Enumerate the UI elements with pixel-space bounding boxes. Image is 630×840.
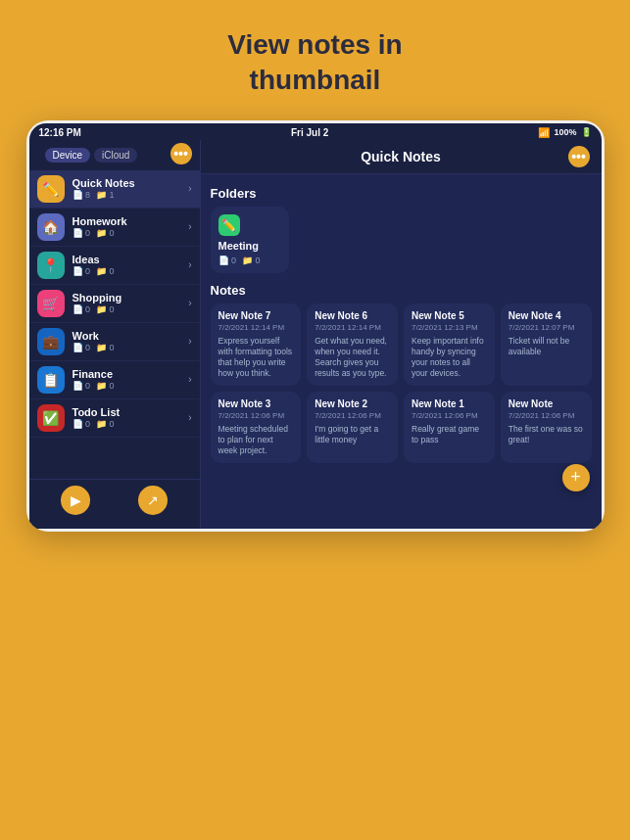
note-title: New Note 5 (412, 310, 487, 321)
note-title: New Note 7 (218, 310, 294, 321)
item-name: Work (73, 330, 189, 342)
note-card[interactable]: New Note 5 7/2/2021 12:13 PM Keep import… (404, 303, 495, 386)
play-button[interactable]: ▶ (61, 486, 90, 515)
note-preview: Get what you need, when you need it. Sea… (315, 336, 390, 379)
device-frame: 12:16 PM Fri Jul 2 📶 100% 🔋 Device iClou… (26, 120, 605, 532)
note-title: New Note 1 (412, 398, 487, 409)
chevron-icon: › (188, 259, 191, 270)
sidebar-item-finance[interactable]: 📋 Finance 📄 0 📁 0 › (29, 361, 200, 399)
note-title: New Note (509, 398, 584, 409)
note-date: 7/2/2021 12:06 PM (218, 411, 294, 420)
status-time: 12:16 PM (39, 127, 81, 138)
note-preview: Meeting scheduled to plan for next week … (218, 424, 294, 456)
notes-section-label: Notes (211, 283, 592, 298)
folder-card[interactable]: ✏️ Meeting 📄 0 📁 0 (211, 207, 289, 273)
sidebar: Device iCloud ••• ✏️ Quick Notes 📄 8 📁 1… (29, 140, 201, 529)
note-count: 📄 0 (73, 228, 91, 238)
item-name: Homework (73, 215, 189, 227)
note-count: 📄 0 (73, 266, 91, 276)
page-headline: View notes in thumbnail (227, 27, 402, 99)
item-name: Todo List (73, 406, 189, 418)
note-card[interactable]: New Note 4 7/2/2021 12:07 PM Ticket will… (501, 303, 592, 386)
item-icon: 📋 (37, 366, 65, 394)
note-preview: Ticket will not be available (509, 336, 584, 357)
item-meta: 📄 0 📁 0 (73, 419, 189, 429)
note-count: 📄 0 (73, 304, 91, 314)
note-card[interactable]: New Note 3 7/2/2021 12:06 PM Meeting sch… (211, 392, 302, 463)
sidebar-item-ideas[interactable]: 📍 Ideas 📄 0 📁 0 › (29, 247, 200, 285)
note-count: 📄 0 (73, 419, 91, 429)
notes-grid: New Note 7 7/2/2021 12:14 PM Express you… (211, 303, 592, 463)
sidebar-item-work[interactable]: 💼 Work 📄 0 📁 0 › (29, 323, 200, 361)
main-title: Quick Notes (234, 149, 568, 164)
note-card[interactable]: New Note 7 7/2/2021 12:14 PM Express you… (211, 303, 302, 386)
sidebar-bottom-bar: ▶↗ (29, 479, 200, 521)
status-bar: 12:16 PM Fri Jul 2 📶 100% 🔋 (29, 123, 602, 140)
note-date: 7/2/2021 12:06 PM (315, 411, 390, 420)
folder-count: 📁 0 (96, 266, 115, 276)
folder-name: Meeting (218, 240, 281, 252)
note-card[interactable]: New Note 2 7/2/2021 12:06 PM I'm going t… (307, 392, 398, 463)
note-date: 7/2/2021 12:14 PM (218, 323, 294, 332)
note-preview: I'm going to get a little money (315, 424, 390, 445)
note-count: 📄 8 (73, 190, 91, 200)
main-header: Quick Notes ••• (201, 140, 602, 174)
note-count: 📄 0 (73, 343, 91, 352)
note-preview: Keep important info handy by syncing you… (412, 336, 487, 379)
sidebar-items-list: ✏️ Quick Notes 📄 8 📁 1 › 🏠 Homework 📄 0 … (29, 170, 200, 479)
main-content: Quick Notes ••• Folders ✏️ Meeting 📄 0 📁… (201, 140, 602, 529)
item-name: Finance (73, 368, 189, 380)
chevron-icon: › (188, 221, 191, 232)
note-card[interactable]: New Note 7/2/2021 12:06 PM The first one… (501, 392, 592, 463)
folder-count: 📁 0 (96, 419, 115, 429)
fab-button[interactable]: + (562, 464, 590, 491)
battery-icon: 🔋 (581, 127, 592, 137)
note-card[interactable]: New Note 6 7/2/2021 12:14 PM Get what yo… (307, 303, 398, 386)
sidebar-tabs: Device iCloud (37, 142, 146, 166)
item-name: Ideas (73, 254, 189, 265)
folder-meta: 📄 0 📁 0 (218, 256, 281, 265)
item-icon: 💼 (37, 328, 65, 355)
note-date: 7/2/2021 12:14 PM (315, 323, 390, 332)
chevron-icon: › (188, 412, 191, 423)
folder-count: 📁 0 (96, 228, 115, 238)
folder-count: 📁 0 (96, 343, 115, 352)
sidebar-item-homework[interactable]: 🏠 Homework 📄 0 📁 0 › (29, 209, 200, 247)
note-title: New Note 6 (315, 310, 390, 321)
item-meta: 📄 0 📁 0 (73, 266, 189, 276)
item-meta: 📄 8 📁 1 (73, 190, 189, 200)
note-date: 7/2/2021 12:06 PM (412, 411, 487, 420)
item-icon: 🛒 (37, 290, 65, 317)
folder-count: 📁 0 (96, 304, 115, 314)
share-button[interactable]: ↗ (138, 486, 168, 515)
note-card[interactable]: New Note 1 7/2/2021 12:06 PM Really grea… (404, 392, 495, 463)
folder-icon: ✏️ (218, 214, 240, 236)
note-date: 7/2/2021 12:06 PM (509, 411, 584, 420)
folders-row: ✏️ Meeting 📄 0 📁 0 (211, 207, 592, 273)
tab-icloud[interactable]: iCloud (94, 148, 137, 163)
folder-count: 📁 1 (96, 190, 115, 200)
sidebar-item-quick-notes[interactable]: ✏️ Quick Notes 📄 8 📁 1 › (29, 170, 200, 209)
folder-count: 📁 0 (96, 381, 115, 391)
sidebar-item-todo-list[interactable]: ✅ Todo List 📄 0 📁 0 › (29, 399, 200, 438)
chevron-icon: › (188, 336, 191, 347)
chevron-icon: › (188, 183, 191, 194)
item-icon: ✅ (37, 404, 65, 432)
main-wrapper: Quick Notes ••• Folders ✏️ Meeting 📄 0 📁… (201, 140, 602, 529)
note-date: 7/2/2021 12:13 PM (412, 323, 487, 332)
sidebar-more-button[interactable]: ••• (170, 143, 192, 164)
note-date: 7/2/2021 12:07 PM (509, 323, 584, 332)
item-name: Quick Notes (73, 177, 189, 189)
note-title: New Note 2 (315, 398, 390, 409)
item-icon: 🏠 (37, 213, 65, 241)
sidebar-item-shopping[interactable]: 🛒 Shopping 📄 0 📁 0 › (29, 285, 200, 323)
folders-section-label: Folders (211, 186, 592, 201)
item-meta: 📄 0 📁 0 (73, 228, 189, 238)
tab-device[interactable]: Device (45, 148, 91, 163)
wifi-icon: 📶 (538, 127, 550, 138)
note-title: New Note 3 (218, 398, 294, 409)
item-icon: 📍 (37, 252, 65, 279)
note-preview: Really great game to pass (412, 424, 487, 445)
main-more-button[interactable]: ••• (568, 146, 590, 167)
chevron-icon: › (188, 374, 191, 385)
